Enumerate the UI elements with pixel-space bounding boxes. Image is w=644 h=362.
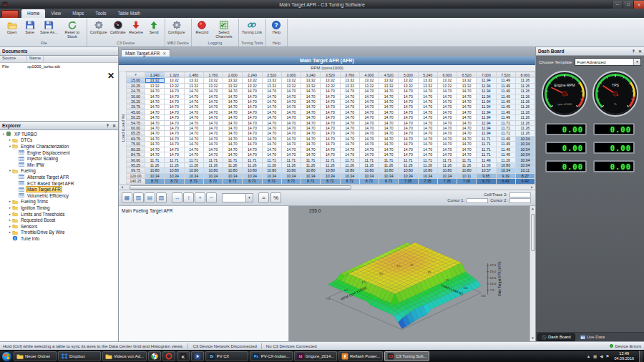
table-cell[interactable]: 14.70	[359, 147, 379, 152]
table-cell[interactable]: 14.70	[437, 136, 457, 141]
table-cell[interactable]: 10.80	[262, 168, 281, 173]
table-cell[interactable]: 10.80	[184, 168, 203, 173]
interpolate-horizontal-button[interactable]: ↔	[172, 192, 182, 203]
table-cell[interactable]: 14.70	[262, 147, 281, 152]
graph-list-item[interactable]: Main Fueling Target AFR	[122, 208, 286, 213]
column-header[interactable]: 5.240	[418, 72, 437, 78]
table-cell[interactable]: 14.70	[340, 99, 359, 104]
table-cell[interactable]: 14.70	[418, 89, 437, 94]
start-button[interactable]	[1, 351, 12, 362]
table-cell[interactable]: 14.70	[223, 142, 243, 147]
taskbar-item-grigore-2014[interactable]: IdGrigore_2014...	[294, 351, 337, 361]
table-cell[interactable]: 14.70	[379, 99, 399, 104]
table-cell[interactable]: 13.32	[281, 83, 301, 88]
table-cell[interactable]: 14.70	[243, 115, 262, 120]
table-cell[interactable]: 10.34	[496, 168, 515, 173]
table-cell[interactable]: 14.70	[165, 126, 184, 131]
table-cell[interactable]: 14.70	[281, 142, 301, 147]
table-cell[interactable]: 14.70	[359, 136, 379, 141]
ribbon-tab-home[interactable]: Home	[21, 9, 45, 18]
table-cell[interactable]: 14.70	[321, 94, 340, 99]
table-cell[interactable]: 11.71	[477, 142, 496, 147]
table-cell[interactable]: 14.70	[359, 120, 379, 125]
scroll-up-icon[interactable]: ▲	[531, 206, 534, 212]
decrease-button[interactable]: −	[206, 192, 217, 203]
table-cell[interactable]: 13.32	[262, 83, 281, 88]
row-header[interactable]: 24.75	[127, 89, 145, 94]
table-cell[interactable]: 14.70	[223, 109, 243, 114]
tree-item-main-target-afr[interactable]: Main Target AFR	[0, 186, 118, 192]
table-cell[interactable]: 13.32	[223, 78, 243, 83]
table-cell[interactable]: 14.70	[340, 115, 359, 120]
table-cell[interactable]: 14.70	[145, 99, 165, 104]
table-cell[interactable]: 10.34	[203, 173, 223, 178]
ribbon-tab-view[interactable]: View	[45, 9, 67, 18]
table-cell[interactable]: 14.70	[301, 152, 321, 157]
table-cell[interactable]: 14.70	[457, 115, 477, 120]
table-cell[interactable]: 11.94	[477, 99, 496, 104]
table-cell[interactable]: 11.26	[281, 162, 301, 167]
table-cell[interactable]: 10.80	[399, 168, 418, 173]
table-cell[interactable]: 14.70	[379, 126, 399, 131]
table-cell[interactable]: 14.70	[359, 89, 379, 94]
table-cell[interactable]: 14.70	[457, 120, 477, 125]
3d-surface-plot[interactable]: 17.515.012.510.07.5Main Target AFR (AFR)…	[291, 209, 527, 332]
table-cell[interactable]: 14.70	[281, 120, 301, 125]
table-cell[interactable]: 14.70	[203, 109, 223, 114]
table-cell[interactable]: 10.34	[165, 173, 184, 178]
table-cell[interactable]: 14.70	[418, 99, 437, 104]
table-cell[interactable]: 11.26	[515, 120, 535, 125]
table-cell[interactable]: 11.26	[515, 78, 535, 83]
table-cell[interactable]: 14.70	[457, 142, 477, 147]
table-cell[interactable]: 14.70	[243, 94, 262, 99]
table-cell[interactable]: 14.70	[321, 142, 340, 147]
table-cell[interactable]: 14.70	[359, 104, 379, 109]
table-cell[interactable]: 10.34	[321, 173, 340, 178]
table-cell[interactable]: 11.49	[496, 115, 515, 120]
table-cell[interactable]: 14.70	[262, 89, 281, 94]
table-cell[interactable]: 14.70	[399, 99, 418, 104]
volume-icon[interactable]: ◀	[600, 354, 602, 358]
column-header[interactable]: 2.520	[262, 72, 281, 78]
table-cell[interactable]: 11.49	[496, 78, 515, 83]
table-cell[interactable]: 11.71	[496, 131, 515, 136]
table-cell[interactable]: 11.94	[477, 131, 496, 136]
table-cell[interactable]: 14.70	[223, 120, 243, 125]
table-cell[interactable]: 10.80	[340, 168, 359, 173]
tree-item-tune-info[interactable]: iTune Info	[0, 235, 118, 242]
table-cell[interactable]: 14.70	[145, 109, 165, 114]
table-cell[interactable]: 14.70	[145, 104, 165, 109]
table-cell[interactable]: 14.70	[379, 147, 399, 152]
table-cell[interactable]: 11.49	[496, 104, 515, 109]
table-cell[interactable]: 14.70	[457, 131, 477, 136]
table-cell[interactable]: 11.26	[515, 104, 535, 109]
table-cell[interactable]: 8.73	[301, 179, 321, 184]
column-header[interactable]: 5.000	[399, 72, 418, 78]
table-cell[interactable]: 14.70	[243, 109, 262, 114]
table-cell[interactable]: 8.73	[359, 179, 379, 184]
table-cell[interactable]: 14.70	[281, 126, 301, 131]
table-cell[interactable]: 10.34	[515, 157, 535, 162]
column-header[interactable]: 4.000	[359, 72, 379, 78]
table-cell[interactable]: 14.70	[165, 152, 184, 157]
table-cell[interactable]: 10.80	[145, 168, 165, 173]
table-cell[interactable]: 14.70	[321, 147, 340, 152]
table-cell[interactable]: 14.70	[243, 136, 262, 141]
table-cell[interactable]: 11.71	[321, 157, 340, 162]
table-cell[interactable]: 14.70	[223, 104, 243, 109]
table-cell[interactable]: 10.80	[418, 168, 437, 173]
tree-item-requested-boost[interactable]: ▸ Requested Boost	[0, 217, 118, 223]
table-cell[interactable]: 14.70	[223, 131, 243, 136]
cursor1-field[interactable]	[467, 198, 488, 203]
table-cell[interactable]: 11.71	[477, 136, 496, 141]
table-cell[interactable]: 11.26	[515, 131, 535, 136]
table-cell[interactable]: 14.70	[418, 131, 437, 136]
select-table-button[interactable]: ▦	[122, 192, 132, 203]
row-header[interactable]: 120.00	[127, 173, 145, 178]
table-cell[interactable]: 11.49	[496, 89, 515, 94]
table-cell[interactable]: 13.32	[301, 78, 321, 83]
column-header[interactable]: 1.240	[145, 72, 165, 78]
table-cell[interactable]: 14.70	[301, 131, 321, 136]
tree-item-dtcs[interactable]: ▸ DTCs	[0, 137, 118, 144]
table-cell[interactable]: 14.70	[399, 115, 418, 120]
